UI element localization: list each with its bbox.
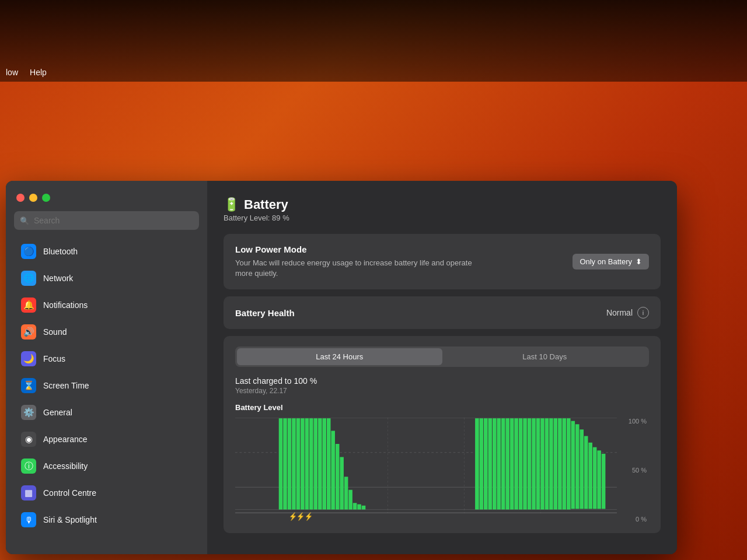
svg-rect-57 xyxy=(597,451,601,509)
y-axis-labels: 100 % 50 % 0 % xyxy=(620,418,649,523)
svg-rect-34 xyxy=(497,419,501,510)
dropdown-arrow-icon: ⬍ xyxy=(636,257,642,266)
sidebar-item-network[interactable]: 🌐 Network xyxy=(11,265,203,291)
svg-rect-13 xyxy=(301,419,305,510)
chart-meta: Last charged to 100 % Yesterday, 22.17 xyxy=(235,376,649,395)
svg-rect-46 xyxy=(549,419,553,510)
svg-rect-17 xyxy=(318,419,322,510)
svg-rect-53 xyxy=(580,430,584,509)
battery-level-subtitle: Battery Level: 89 % xyxy=(224,214,661,222)
svg-rect-22 xyxy=(340,457,344,510)
svg-rect-39 xyxy=(519,419,523,510)
battery-level-label: Battery Level xyxy=(235,403,649,412)
battery-chart: ⚡⚡⚡ xyxy=(235,418,617,523)
sidebar-item-sound[interactable]: 🔊 Sound xyxy=(11,319,203,345)
chart-card: Last 24 Hours Last 10 Days Last charged … xyxy=(224,336,661,533)
search-container: 🔍 xyxy=(6,211,207,238)
sidebar-item-general[interactable]: ⚙️ General xyxy=(11,400,203,425)
low-power-mode-dropdown[interactable]: Only on Battery ⬍ xyxy=(573,254,649,270)
menubar-item-low[interactable]: low xyxy=(6,68,18,77)
focus-icon: 🌙 xyxy=(21,351,36,366)
svg-rect-25 xyxy=(353,503,357,510)
svg-rect-20 xyxy=(331,431,335,510)
bluetooth-icon: 🔵 xyxy=(21,244,36,259)
network-icon: 🌐 xyxy=(21,271,36,286)
last-charged-title: Last charged to 100 % xyxy=(235,376,649,386)
controlcentre-icon: ▦ xyxy=(21,485,36,501)
svg-rect-56 xyxy=(593,447,597,509)
appearance-icon: ◉ xyxy=(21,432,36,447)
y-label-50: 50 % xyxy=(620,467,647,474)
low-power-mode-card: Low Power Mode Your Mac will reduce ener… xyxy=(224,234,661,289)
svg-rect-14 xyxy=(305,419,309,510)
sidebar-item-appearance[interactable]: ◉ Appearance xyxy=(11,426,203,452)
sidebar-label-general: General xyxy=(43,408,72,417)
main-content: 🔋 Battery Battery Level: 89 % Low Power … xyxy=(207,181,677,554)
tab-last-24h[interactable]: Last 24 Hours xyxy=(237,348,442,365)
svg-rect-47 xyxy=(554,419,558,510)
sidebar-item-accessibility[interactable]: ⓘ Accessibility xyxy=(11,453,203,479)
traffic-lights xyxy=(6,187,207,211)
svg-rect-32 xyxy=(488,419,493,510)
svg-rect-38 xyxy=(514,419,518,510)
sidebar-label-siri: Siri & Spotlight xyxy=(43,515,97,524)
y-label-0: 0 % xyxy=(620,516,647,523)
svg-rect-48 xyxy=(558,419,562,510)
maximize-button[interactable] xyxy=(42,194,50,202)
lpm-description: Your Mac will reduce energy usage to inc… xyxy=(235,258,486,279)
dropdown-label: Only on Battery xyxy=(580,257,632,266)
sidebar-item-controlcentre[interactable]: ▦ Control Centre xyxy=(11,480,203,506)
svg-rect-43 xyxy=(536,419,540,510)
svg-rect-40 xyxy=(523,419,527,510)
svg-rect-35 xyxy=(501,419,505,510)
sidebar-label-bluetooth: Bluetooth xyxy=(43,247,78,256)
svg-text:⚡⚡⚡: ⚡⚡⚡ xyxy=(289,512,313,522)
battery-health-title: Battery Health xyxy=(235,308,295,318)
svg-rect-15 xyxy=(309,419,313,510)
sidebar-item-screentime[interactable]: ⌛ Screen Time xyxy=(11,373,203,398)
svg-rect-19 xyxy=(327,419,331,510)
svg-rect-37 xyxy=(510,419,514,510)
sidebar: 🔍 🔵 Bluetooth 🌐 Network 🔔 Notifications … xyxy=(6,181,207,554)
svg-rect-8 xyxy=(279,419,283,510)
close-button[interactable] xyxy=(16,194,25,202)
sound-icon: 🔊 xyxy=(21,324,36,340)
info-button[interactable]: i xyxy=(637,307,649,318)
svg-rect-9 xyxy=(283,419,287,510)
svg-rect-49 xyxy=(563,419,567,510)
lpm-left: Low Power Mode Your Mac will reduce ener… xyxy=(235,244,486,279)
svg-rect-23 xyxy=(344,477,348,510)
sidebar-item-siri[interactable]: 🎙 Siri & Spotlight xyxy=(11,507,203,533)
accessibility-icon: ⓘ xyxy=(21,459,36,474)
svg-rect-11 xyxy=(292,419,296,510)
sidebar-label-network: Network xyxy=(43,274,73,283)
notifications-icon: 🔔 xyxy=(21,298,36,313)
svg-rect-18 xyxy=(322,419,326,510)
svg-rect-21 xyxy=(336,444,340,510)
battery-health-status: Normal xyxy=(606,308,633,317)
svg-rect-16 xyxy=(314,419,318,510)
svg-rect-27 xyxy=(362,506,366,510)
minimize-button[interactable] xyxy=(29,194,37,202)
sidebar-item-notifications[interactable]: 🔔 Notifications xyxy=(11,292,203,318)
svg-rect-26 xyxy=(357,505,361,510)
svg-rect-55 xyxy=(588,443,592,509)
sidebar-label-controlcentre: Control Centre xyxy=(43,488,96,498)
search-input[interactable] xyxy=(14,211,199,230)
siri-icon: 🎙 xyxy=(21,512,36,527)
menubar-item-help[interactable]: Help xyxy=(30,68,47,77)
svg-rect-41 xyxy=(528,419,532,510)
page-header: 🔋 Battery Battery Level: 89 % xyxy=(224,197,661,222)
tab-last-10d[interactable]: Last 10 Days xyxy=(442,348,648,365)
sidebar-label-sound: Sound xyxy=(43,327,67,337)
sidebar-item-focus[interactable]: 🌙 Focus xyxy=(11,346,203,372)
screentime-icon: ⌛ xyxy=(21,378,36,393)
svg-rect-51 xyxy=(571,421,575,509)
svg-rect-42 xyxy=(532,419,536,510)
svg-rect-30 xyxy=(480,419,484,510)
svg-rect-50 xyxy=(567,419,571,510)
sidebar-item-bluetooth[interactable]: 🔵 Bluetooth xyxy=(11,239,203,264)
svg-rect-52 xyxy=(575,425,580,509)
chart-wrapper: ⚡⚡⚡ xyxy=(235,418,649,523)
battery-health-right: Normal i xyxy=(606,307,649,318)
